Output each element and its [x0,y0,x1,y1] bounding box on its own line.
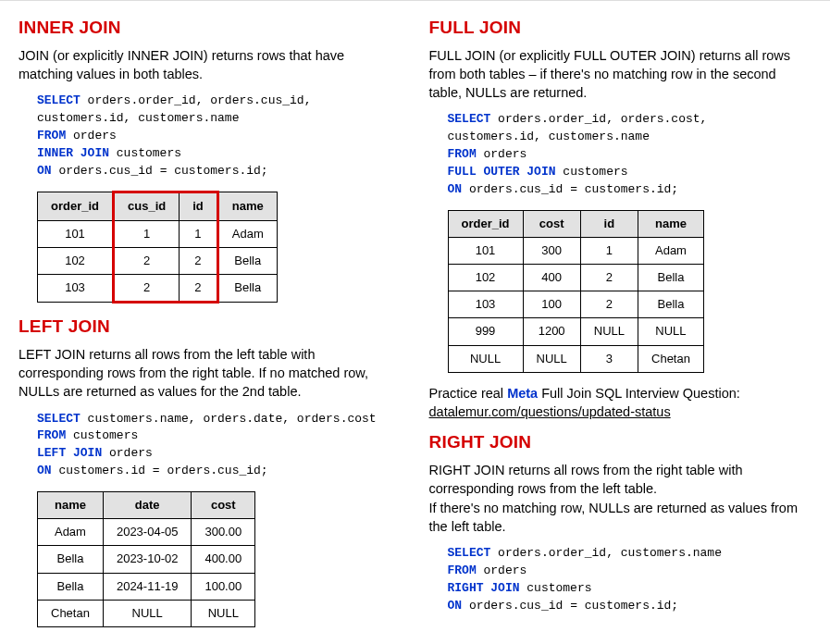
right-join-desc: RIGHT JOIN returns all rows from the rig… [429,461,812,536]
full-join-desc: FULL JOIN (or explicitly FULL OUTER JOIN… [429,46,812,103]
practice-text-suffix: Full Join SQL Interview Question: [538,386,740,401]
left-join-code: SELECT customers.name, orders.date, orde… [37,411,402,480]
full-join-practice: Practice real Meta Full Join SQL Intervi… [429,384,812,422]
right-join-code: SELECT orders.order_id, customers.name F… [448,545,812,614]
full-join-title: FULL JOIN [429,16,812,41]
practice-text-prefix: Practice real [429,386,508,401]
inner-join-title: INNER JOIN [19,16,402,41]
left-join-table: namedatecostAdam2023-04-05300.00Bella202… [37,491,255,627]
right-join-title: RIGHT JOIN [429,430,812,455]
inner-join-table: order_idcus_ididname10111Adam10222Bella1… [37,191,278,303]
inner-join-code: SELECT orders.order_id, orders.cus_id, c… [37,93,402,180]
inner-join-desc: JOIN (or explicitly INNER JOIN) returns … [19,46,402,84]
practice-brand: Meta [507,386,538,401]
left-join-desc: LEFT JOIN returns all rows from the left… [19,345,402,402]
left-join-title: LEFT JOIN [19,315,402,340]
practice-link[interactable]: datalemur.com/questions/updated-status [429,404,671,419]
full-join-code: SELECT orders.order_id, orders.cost, cus… [448,111,812,198]
full-join-table: order_idcostidname1013001Adam1024002Bell… [448,210,704,373]
